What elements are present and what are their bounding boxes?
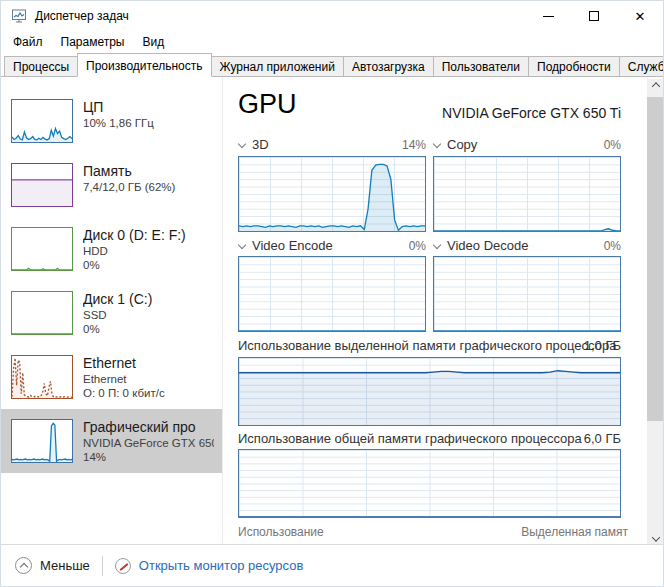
dedicated-memory-header: Использование выделенной памяти графичес… <box>238 338 621 354</box>
gpu-panel: GPU NVIDIA GeForce GTX 650 Ti 3D 14% Cop… <box>223 77 664 546</box>
chevron-down-icon[interactable] <box>433 140 441 148</box>
window-title: Диспетчер задач <box>35 9 129 23</box>
task-manager-window: Диспетчер задач ✕ Файл Параметры Вид Про… <box>0 0 664 587</box>
ethernet-title: Ethernet <box>83 355 214 372</box>
video-decode-chart <box>433 256 621 332</box>
sidebar-item-memory[interactable]: Память 7,4/12,0 ГБ (62%) <box>1 153 222 217</box>
menu-file[interactable]: Файл <box>4 32 52 52</box>
sidebar-item-disk1[interactable]: Диск 1 (C:) SSD 0% <box>1 281 222 345</box>
ethernet-name: Ethernet <box>83 372 214 386</box>
performance-sidebar: ЦП 10% 1,86 ГГц Память 7,4/12,0 ГБ (62%)… <box>1 77 223 546</box>
status-bar: Меньше Открыть монитор ресурсов <box>1 544 663 586</box>
close-button[interactable]: ✕ <box>617 1 663 31</box>
shared-memory-total: 6,0 ГБ <box>584 431 621 446</box>
dedicated-memory-column-label: Выделенная памят <box>521 525 628 539</box>
gpu-3d-chart <box>238 156 426 232</box>
memory-sparkline <box>11 163 73 207</box>
tab-performance[interactable]: Производительность <box>77 53 211 77</box>
scrollbar-thumb[interactable] <box>647 97 664 421</box>
memory-title: Память <box>83 163 214 180</box>
gpu-device-name: NVIDIA GeForce GTX 650 <box>83 436 214 450</box>
gpu-sparkline <box>11 419 73 463</box>
tab-processes[interactable]: Процессы <box>4 56 78 77</box>
maximize-button[interactable] <box>571 1 617 31</box>
chevron-down-icon[interactable] <box>433 241 441 249</box>
sidebar-item-gpu[interactable]: Графический про NVIDIA GeForce GTX 650 1… <box>1 409 222 473</box>
gpu-device-label: NVIDIA GeForce GTX 650 Ti <box>442 105 621 121</box>
usage-column-label: Использование <box>238 525 324 539</box>
shared-memory-header: Использование общей памяти графического … <box>238 431 621 447</box>
fewer-details-label: Меньше <box>40 558 90 573</box>
disk0-usage: 0% <box>83 258 214 272</box>
titlebar: Диспетчер задач ✕ <box>1 1 663 31</box>
chevron-up-circle-icon <box>15 557 32 574</box>
disk0-sparkline <box>11 227 73 271</box>
ethernet-sparkline <box>11 355 73 399</box>
chart-header-copy: Copy 0% <box>433 137 621 153</box>
tab-app-history[interactable]: Журнал приложений <box>211 56 344 77</box>
cpu-title: ЦП <box>83 99 214 116</box>
scroll-up-arrow[interactable] <box>647 79 664 96</box>
3d-percent: 14% <box>402 138 426 152</box>
open-resource-monitor-link[interactable]: Открыть монитор ресурсов <box>139 558 303 573</box>
sidebar-item-ethernet[interactable]: Ethernet Ethernet О: 0 П: 0 кбит/с <box>1 345 222 409</box>
copy-percent: 0% <box>604 138 621 152</box>
disk1-usage: 0% <box>83 322 214 336</box>
performance-content: ЦП 10% 1,86 ГГц Память 7,4/12,0 ГБ (62%)… <box>1 77 664 546</box>
video-decode-percent: 0% <box>604 239 621 253</box>
video-encode-percent: 0% <box>409 239 426 253</box>
chevron-down-icon[interactable] <box>238 140 246 148</box>
minimize-icon <box>543 16 554 17</box>
page-title: GPU <box>238 89 297 120</box>
ethernet-stats: О: 0 П: 0 кбит/с <box>83 386 214 400</box>
dedicated-memory-total: 1,0 ГБ <box>584 338 621 353</box>
minimize-button[interactable] <box>525 1 571 31</box>
chevron-down-icon[interactable] <box>238 241 246 249</box>
vertical-scrollbar[interactable] <box>647 79 664 544</box>
sidebar-item-cpu[interactable]: ЦП 10% 1,86 ГГц <box>1 89 222 153</box>
tab-users[interactable]: Пользователи <box>433 56 529 77</box>
video-encode-chart <box>238 256 426 332</box>
menubar: Файл Параметры Вид <box>1 31 663 53</box>
menu-options[interactable]: Параметры <box>52 32 134 52</box>
close-icon: ✕ <box>635 10 646 23</box>
disk0-title: Диск 0 (D: E: F:) <box>83 227 214 244</box>
gpu-usage: 14% <box>83 450 214 464</box>
scroll-down-arrow[interactable] <box>647 527 664 544</box>
maximize-icon <box>589 11 599 21</box>
disk0-type: HDD <box>83 244 214 258</box>
gpu-copy-chart <box>433 156 621 232</box>
shared-memory-chart <box>238 449 621 518</box>
chart-header-video-decode: Video Decode 0% <box>433 238 621 254</box>
disk1-type: SSD <box>83 308 214 322</box>
tab-details[interactable]: Подробности <box>528 56 620 77</box>
tab-services[interactable]: Службы <box>619 56 664 77</box>
chart-header-video-encode: Video Encode 0% <box>238 238 426 254</box>
disk1-sparkline <box>11 291 73 335</box>
tab-startup[interactable]: Автозагрузка <box>343 56 434 77</box>
gpu-title: Графический про <box>83 419 214 436</box>
memory-stats: 7,4/12,0 ГБ (62%) <box>83 180 214 194</box>
tab-bar: Процессы Производительность Журнал прило… <box>1 53 663 77</box>
dedicated-memory-chart <box>238 357 621 426</box>
disk1-title: Диск 1 (C:) <box>83 291 214 308</box>
cpu-sparkline <box>11 99 73 143</box>
fewer-details-button[interactable]: Меньше <box>15 557 90 574</box>
resource-monitor-icon <box>115 558 131 574</box>
footer-divider <box>102 556 103 576</box>
cpu-stats: 10% 1,86 ГГц <box>83 116 214 130</box>
menu-view[interactable]: Вид <box>133 32 173 52</box>
task-manager-app-icon <box>11 8 27 24</box>
sidebar-item-disk0[interactable]: Диск 0 (D: E: F:) HDD 0% <box>1 217 222 281</box>
chart-header-3d: 3D 14% <box>238 137 426 153</box>
